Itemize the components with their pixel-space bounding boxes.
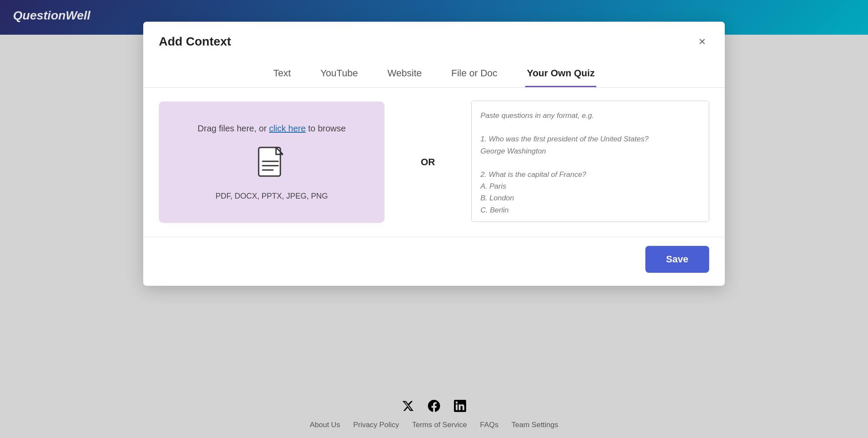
linkedin-icon[interactable] bbox=[452, 398, 468, 414]
quiz-paste-textarea[interactable] bbox=[471, 101, 709, 222]
file-drop-zone[interactable]: Drag files here, or click here to browse… bbox=[159, 101, 385, 223]
tab-website[interactable]: Website bbox=[386, 62, 424, 87]
modal-body: Drag files here, or click here to browse… bbox=[143, 88, 725, 237]
modal-title: Add Context bbox=[159, 35, 231, 49]
save-button[interactable]: Save bbox=[645, 246, 709, 273]
facebook-icon[interactable] bbox=[426, 398, 442, 414]
footer-link-privacy[interactable]: Privacy Policy bbox=[353, 421, 399, 429]
tab-text[interactable]: Text bbox=[272, 62, 293, 87]
tab-file-or-doc[interactable]: File or Doc bbox=[450, 62, 499, 87]
tab-your-own-quiz[interactable]: Your Own Quiz bbox=[525, 62, 596, 87]
page-footer: About Us Privacy Policy Terms of Service… bbox=[0, 398, 868, 429]
add-context-modal: Add Context × Text YouTube Website File … bbox=[143, 22, 725, 286]
drop-zone-text-before: Drag files here, or bbox=[197, 124, 269, 133]
footer-links: About Us Privacy Policy Terms of Service… bbox=[310, 421, 559, 429]
twitter-icon[interactable] bbox=[400, 398, 416, 414]
footer-link-terms[interactable]: Terms of Service bbox=[412, 421, 467, 429]
footer-link-team-settings[interactable]: Team Settings bbox=[512, 421, 559, 429]
drop-zone-formats: PDF, DOCX, PPTX, JPEG, PNG bbox=[215, 192, 328, 201]
close-button[interactable]: × bbox=[695, 34, 709, 49]
modal-footer: Save bbox=[143, 237, 725, 286]
textarea-container bbox=[471, 101, 709, 224]
footer-link-about[interactable]: About Us bbox=[310, 421, 340, 429]
footer-link-faqs[interactable]: FAQs bbox=[480, 421, 499, 429]
drop-zone-text: Drag files here, or click here to browse bbox=[197, 124, 345, 134]
click-here-link[interactable]: click here bbox=[269, 124, 306, 133]
tab-youtube[interactable]: YouTube bbox=[319, 62, 359, 87]
social-links bbox=[400, 398, 468, 414]
tab-bar: Text YouTube Website File or Doc Your Ow… bbox=[143, 58, 725, 88]
or-divider: OR bbox=[385, 157, 471, 168]
modal-header: Add Context × bbox=[143, 22, 725, 58]
document-icon bbox=[256, 147, 287, 181]
drop-zone-text-after: to browse bbox=[306, 124, 345, 133]
